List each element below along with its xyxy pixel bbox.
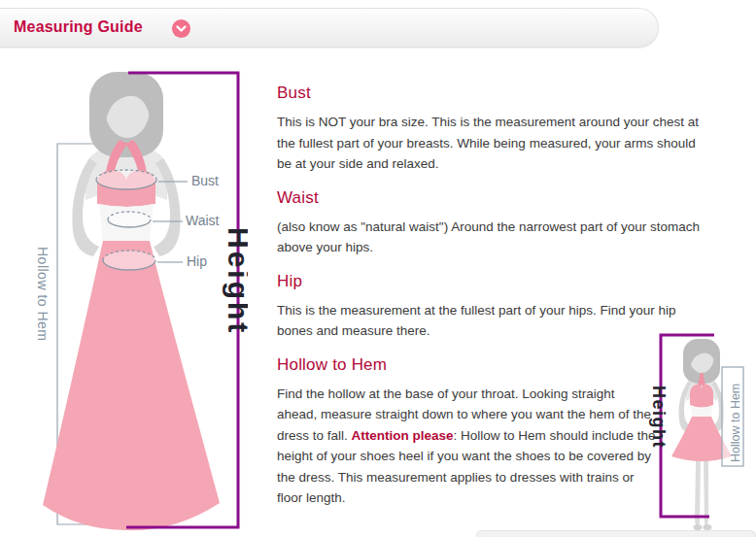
- hip-callout-label: Hip: [187, 253, 207, 269]
- page-title: Measuring Guide: [14, 18, 143, 36]
- measuring-guide-page: Measuring Guide: [0, 0, 756, 537]
- small-figure-left-foot: [694, 524, 703, 530]
- waist-heading: Waist: [277, 188, 708, 208]
- bust-description: This is NOT your bra size. This is the m…: [277, 112, 708, 175]
- bust-callout-label: Bust: [191, 173, 219, 188]
- waist-description: (also know as "natural waist") Around th…: [277, 217, 708, 258]
- attention-label: Attention please: [352, 428, 454, 443]
- hollow-to-hem-section: Hollow to Hem Find the hollow at the bas…: [277, 355, 708, 509]
- small-hollow-to-hem-label: Hollow to Hem: [729, 384, 742, 462]
- small-figure-right-foot: [704, 524, 712, 530]
- bust-section: Bust This is NOT your bra size. This is …: [277, 84, 708, 175]
- bust-heading: Bust: [277, 84, 708, 103]
- measuring-guide-header[interactable]: Measuring Guide: [0, 8, 659, 48]
- hollow-to-hem-label: Hollow to Hem: [35, 247, 51, 342]
- hollow-to-hem-heading: Hollow to Hem: [277, 355, 708, 375]
- height-label: Height: [223, 227, 248, 335]
- chevron-down-icon[interactable]: [172, 19, 190, 38]
- measurement-diagram: Bust Waist Hip Height Hollow to Hem: [29, 56, 248, 537]
- description-column: Bust This is NOT your bra size. This is …: [277, 84, 708, 509]
- waist-callout-label: Waist: [186, 213, 220, 228]
- hollow-to-hem-description: Find the hollow at the base of your thro…: [277, 384, 658, 509]
- hip-heading: Hip: [277, 272, 708, 291]
- hip-section: Hip This is the measurement at the fulle…: [277, 272, 708, 342]
- hip-description: This is the measurement at the fullest p…: [277, 300, 708, 342]
- dress-skirt: [43, 241, 220, 530]
- waist-section: Waist (also know as "natural waist") Aro…: [277, 188, 708, 258]
